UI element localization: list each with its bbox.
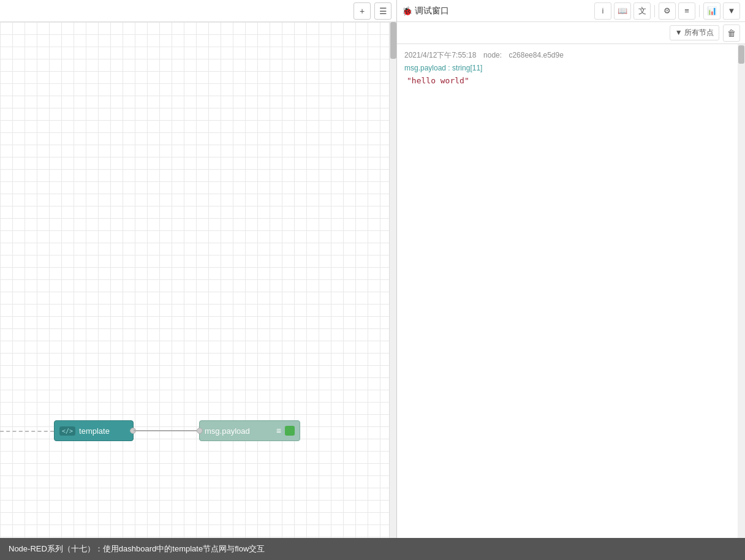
- debug-node-status[interactable]: [285, 426, 295, 436]
- debug-node-label-text: node:: [483, 51, 504, 59]
- debug-log-entry: 2021/4/12下午7:55:18 node: c268ee84.e5d9e …: [404, 49, 738, 87]
- canvas-toolbar: + ☰: [0, 0, 396, 22]
- tab-menu-button[interactable]: ☰: [374, 2, 391, 20]
- debug-output: 2021/4/12下午7:55:18 node: c268ee84.e5d9e …: [397, 44, 745, 538]
- debug-toolbar: ▼ 所有节点 🗑: [397, 22, 745, 44]
- debug-list-button[interactable]: ≡: [678, 2, 695, 20]
- debug-panel-header: 🐞 调试窗口 i 📖 文 ⚙ ≡ 📊 ▼: [397, 0, 745, 22]
- debug-info-button[interactable]: i: [594, 2, 611, 20]
- canvas-scrollbar[interactable]: [389, 22, 396, 538]
- filter-nodes-button[interactable]: ▼ 所有节点: [670, 25, 719, 40]
- add-tab-button[interactable]: +: [354, 2, 371, 20]
- debug-node-list-icon[interactable]: ≡: [276, 426, 281, 436]
- status-bar: Node-RED系列（十七）：使用dashboard中的template节点网与…: [0, 538, 745, 560]
- debug-output-scrollbar[interactable]: [738, 44, 745, 538]
- debug-node-label: msg.payload: [205, 426, 273, 436]
- debug-node-id: c268ee84.e5d9e: [509, 51, 563, 59]
- debug-title-icon: 🐞: [402, 6, 412, 16]
- debug-node[interactable]: msg.payload ≡: [199, 420, 300, 441]
- debug-timestamp: 2021/4/12下午7:55:18: [404, 51, 476, 59]
- debug-gear-button[interactable]: ⚙: [659, 2, 676, 20]
- debug-header-sep: [654, 5, 655, 17]
- debug-more-button[interactable]: ▼: [723, 2, 740, 20]
- debug-meta: msg.payload : string[11]: [404, 64, 482, 72]
- debug-book-button[interactable]: 📖: [614, 2, 631, 20]
- clear-debug-button[interactable]: 🗑: [723, 25, 740, 42]
- template-node[interactable]: </> template: [54, 420, 134, 441]
- debug-panel-title: 调试窗口: [415, 6, 592, 17]
- right-panel: 🐞 调试窗口 i 📖 文 ⚙ ≡ 📊 ▼ ▼ 所有节点 🗑 2021/4/12下…: [397, 0, 745, 538]
- debug-node-input-port[interactable]: [197, 428, 203, 434]
- debug-output-scrollbar-thumb: [738, 45, 744, 64]
- debug-value: "hello world": [407, 76, 469, 85]
- template-node-icon: </>: [59, 426, 75, 436]
- canvas-area: + ☰ </> template msg.payload ≡: [0, 0, 397, 538]
- debug-chart-button[interactable]: 📊: [703, 2, 720, 20]
- debug-header-sep2: [699, 5, 700, 17]
- template-node-label: template: [79, 426, 128, 436]
- flow-canvas[interactable]: </> template msg.payload ≡: [0, 22, 396, 538]
- flow-wire: [0, 22, 396, 538]
- main-area: + ☰ </> template msg.payload ≡: [0, 0, 745, 538]
- flow-dash-line: [0, 431, 54, 432]
- canvas-scrollbar-thumb: [390, 22, 396, 59]
- status-text: Node-RED系列（十七）：使用dashboard中的template节点网与…: [9, 543, 265, 554]
- debug-text-button[interactable]: 文: [633, 2, 651, 20]
- template-node-output-port[interactable]: [130, 428, 136, 434]
